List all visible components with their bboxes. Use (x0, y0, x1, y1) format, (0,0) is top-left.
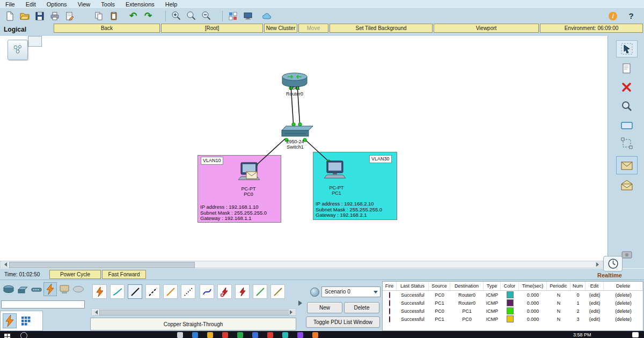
category-routers-icon[interactable] (2, 282, 15, 296)
cable-scroll-left-arrow[interactable] (92, 310, 99, 314)
activity-wizard-icon[interactable] (62, 9, 77, 23)
add-complex-pdu-tool[interactable] (616, 177, 638, 194)
console-cable[interactable] (110, 284, 125, 299)
network-cloud-icon[interactable] (260, 9, 275, 23)
menu-view[interactable]: View (72, 1, 96, 8)
taskbar-clock[interactable]: 3:58 PM (573, 332, 591, 337)
fast-forward-time-button[interactable]: Fast Forward Time (102, 270, 146, 279)
connections-lightning-icon[interactable] (3, 313, 17, 328)
environment-button[interactable]: Environment: 06:09:00 (540, 24, 643, 33)
canvas-hscrollbar[interactable] (0, 261, 603, 268)
pdu-delete-link[interactable]: (delete) (604, 317, 643, 322)
logical-workspace[interactable]: VLAN10 VLAN30 1841 Router0 2950-24 Switc… (0, 36, 608, 261)
category-hubs-icon[interactable] (30, 282, 43, 296)
new-cluster-button[interactable]: New Cluster (264, 24, 297, 33)
undo-icon[interactable]: ↶ (126, 9, 141, 23)
taskbar-app-icon[interactable] (222, 332, 228, 338)
place-note-tool[interactable] (616, 60, 638, 77)
copper-straight-through-cable[interactable] (128, 284, 142, 299)
pdu-delete-link[interactable]: (delete) (604, 308, 643, 314)
fiber-cable[interactable] (163, 284, 178, 299)
resize-shape-tool[interactable] (616, 135, 638, 152)
add-simple-pdu-tool[interactable] (616, 156, 638, 174)
pdu-edit-link[interactable]: (edit) (586, 300, 604, 306)
delete-tool[interactable] (616, 79, 638, 96)
pdu-delete-link[interactable]: (delete) (604, 300, 643, 306)
fire-pdu-icon[interactable] (389, 300, 390, 306)
copy-icon[interactable] (91, 9, 106, 23)
zoom-reset-icon[interactable] (184, 9, 199, 23)
pdu-delete-link[interactable]: (delete) (604, 292, 643, 298)
move-object-button[interactable]: Move Object (298, 24, 328, 33)
cable-palette-scrollbar[interactable] (91, 308, 296, 315)
toggle-pdu-list-button[interactable]: Toggle PDU List Window (306, 317, 380, 328)
device-filter-input[interactable] (1, 300, 85, 308)
print-icon[interactable] (47, 9, 62, 23)
custom-io-cable[interactable] (270, 284, 285, 299)
inspect-tool[interactable] (616, 98, 638, 115)
power-cycle-devices-button[interactable]: Power Cycle Devices (49, 270, 101, 279)
coaxial-cable[interactable] (200, 284, 214, 299)
pdu-edit-link[interactable]: (edit) (586, 292, 604, 298)
realtime-clock-icon[interactable] (603, 256, 623, 271)
menu-help[interactable]: Help (160, 1, 183, 8)
cable-scroll-thumb[interactable] (99, 310, 289, 315)
taskbar-start-icon[interactable] (4, 332, 10, 338)
zoom-in-icon[interactable] (169, 9, 184, 23)
save-icon[interactable] (32, 9, 47, 23)
fire-pdu-icon[interactable] (389, 292, 390, 298)
fire-pdu-icon[interactable] (389, 308, 390, 314)
octal-cable[interactable] (253, 284, 267, 299)
taskbar-app-icon[interactable] (237, 332, 243, 338)
drawing-palette-icon[interactable] (225, 9, 240, 23)
category-switches-icon[interactable] (16, 282, 29, 296)
phone-cable[interactable] (181, 284, 195, 299)
category-connections-icon[interactable] (43, 282, 57, 296)
menu-tools[interactable]: Tools (96, 1, 120, 8)
taskbar-app-icon[interactable] (297, 332, 303, 338)
cable-scroll-right-arrow[interactable] (289, 310, 296, 314)
new-file-icon[interactable] (2, 9, 17, 23)
taskbar-app-icon[interactable] (192, 332, 198, 338)
serial-dce-cable[interactable] (217, 284, 232, 299)
fire-pdu-icon[interactable] (389, 316, 390, 322)
taskbar-app-icon[interactable] (312, 332, 318, 338)
info-icon[interactable]: i (605, 9, 620, 23)
taskbar-action-center-icon[interactable] (632, 332, 639, 337)
redo-icon[interactable]: ↷ (141, 9, 156, 23)
root-button[interactable]: [Root] (161, 24, 263, 33)
paste-icon[interactable] (106, 9, 121, 23)
copper-crossover-cable[interactable] (145, 284, 160, 299)
taskbar-app-icon[interactable] (207, 332, 213, 338)
viewport-button[interactable]: Viewport (434, 24, 539, 33)
taskbar-app-icon[interactable] (282, 332, 288, 338)
auto-connect-cable[interactable] (92, 284, 107, 299)
menu-file[interactable]: File (0, 1, 20, 8)
scenario-select[interactable]: Scenario 0 (321, 286, 380, 297)
draw-rectangle-tool[interactable] (616, 117, 638, 134)
select-tool[interactable] (616, 40, 638, 57)
help-icon[interactable]: ? (624, 9, 639, 23)
new-scenario-button[interactable]: New (307, 302, 342, 313)
pdu-edit-link[interactable]: (edit) (586, 308, 604, 314)
device-grid-icon[interactable] (19, 313, 33, 328)
logical-tab[interactable]: Logical (4, 26, 26, 33)
switch1-device-icon[interactable] (282, 126, 313, 136)
back-button[interactable]: Back (54, 24, 160, 33)
scroll-right-arrow[interactable] (595, 262, 602, 267)
set-tiled-background-button[interactable]: Set Tiled Background (330, 24, 433, 33)
taskbar-app-icon[interactable] (267, 332, 273, 338)
zoom-out-icon[interactable] (199, 9, 214, 23)
menu-extensions[interactable]: Extensions (120, 1, 160, 8)
menu-options[interactable]: Options (41, 1, 72, 8)
serial-dte-cable[interactable] (235, 284, 250, 299)
category-end-devices-icon[interactable] (57, 282, 71, 296)
pc1-device-icon[interactable] (324, 161, 346, 178)
custom-devices-dialog-icon[interactable] (240, 9, 255, 23)
scroll-thumb[interactable] (9, 262, 195, 268)
taskbar-search-icon[interactable] (20, 332, 27, 338)
menu-edit[interactable]: Edit (20, 1, 41, 8)
panel-expand-arrow-icon[interactable] (298, 300, 305, 306)
taskbar-app-icon[interactable] (252, 332, 258, 338)
category-wan-cloud-icon[interactable] (71, 282, 85, 296)
